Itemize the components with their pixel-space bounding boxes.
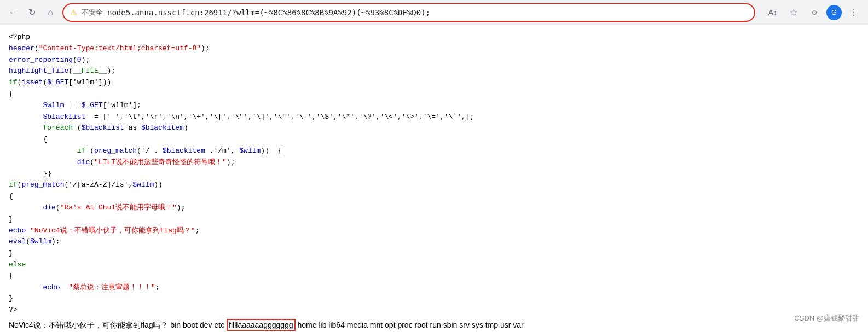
code-line-phpclose: ?> [9, 305, 859, 316]
watermark: CSDN @赚钱聚甜甜 [794, 313, 859, 323]
code-line-error: error_reporting(0); [9, 55, 859, 66]
address-bar[interactable]: ⚠ 不安全 node5.anna.nssctf.cn:26911/?wllm=(… [62, 3, 755, 22]
reload-button[interactable]: ↻ [24, 5, 39, 20]
code-line-brace1: { [9, 89, 859, 100]
code-line-highlight: highlight_file(__FILE__); [9, 66, 859, 77]
code-line-brace8: } [9, 293, 859, 305]
settings-button[interactable]: ⋮ [845, 4, 863, 21]
code-line-if-preg2: if(preg_match('/[a-zA-Z]/is',$wllm)) [9, 179, 859, 191]
downloads-button[interactable]: ⊙ [806, 4, 823, 21]
code-line-wllm-assign: $wllm = $_GET['wllm']; [9, 100, 859, 112]
code-line-echo2: echo "蔡总说：注意审题！！！"; [9, 282, 859, 294]
code-line-else: else [9, 259, 859, 271]
font-adjust-button[interactable]: A↕ [764, 4, 782, 21]
code-line-echo1: echo "NoVic4说：不错哦小伙子，可你能拿到flag吗？"; [9, 225, 859, 237]
code-line-if-isset: if(isset($_GET['wllm'])) [9, 77, 859, 89]
back-button[interactable]: ← [5, 5, 21, 20]
nav-buttons: ← ↻ ⌂ [5, 5, 58, 20]
code-line-brace6: } [9, 248, 859, 259]
warning-icon: ⚠ [70, 8, 77, 17]
warning-text: 不安全 [82, 8, 103, 18]
output-text-after: home lib lib64 media mnt opt proc root r… [296, 321, 524, 329]
code-line-if-preg1: if (preg_match('/ . $blackitem .'/m', $w… [9, 145, 859, 157]
home-button[interactable]: ⌂ [43, 5, 58, 20]
code-line-brace7: { [9, 271, 859, 282]
browser-toolbar: ← ↻ ⌂ ⚠ 不安全 node5.anna.nssctf.cn:26911/?… [0, 0, 868, 25]
code-line-brace3: }} [9, 168, 859, 180]
code-line-brace5: } [9, 214, 859, 225]
code-line-eval: eval($wllm); [9, 236, 859, 248]
code-line-brace2: { [9, 134, 859, 145]
code-line-header: header("Content-Type:text/html;charset=u… [9, 43, 859, 55]
output-highlighted: fllllaaaaaaggggggg [227, 319, 296, 331]
code-line-phptag: <?php [9, 32, 859, 43]
code-line-foreach: foreach ($blacklist as $blackitem) [9, 123, 859, 134]
profile-button[interactable]: G [826, 5, 842, 20]
bookmark-button[interactable]: ☆ [785, 4, 802, 21]
page-content: <?php header("Content-Type:text/html;cha… [0, 25, 868, 332]
code-block: <?php header("Content-Type:text/html;cha… [9, 32, 859, 316]
code-line-die1: die("LTLT说不能用这些奇奇怪怪的符号哦！"); [9, 157, 859, 168]
output-line: NoVic4说：不错哦小伙子，可你能拿到flag吗？ bin boot dev … [9, 321, 859, 330]
code-line-die2: die("Ra's Al Ghu1说不能用字母哦！"); [9, 202, 859, 214]
toolbar-actions: A↕ ☆ ⊙ G ⋮ [764, 4, 863, 21]
code-line-brace4: { [9, 191, 859, 202]
code-line-blacklist: $blacklist = [' ','\t','\r','\n','\+','\… [9, 112, 859, 123]
output-text-before: NoVic4说：不错哦小伙子，可你能拿到flag吗？ bin boot dev … [9, 321, 227, 329]
url-text: node5.anna.nssctf.cn:26911/?wllm=(~%8C%8… [107, 8, 748, 17]
